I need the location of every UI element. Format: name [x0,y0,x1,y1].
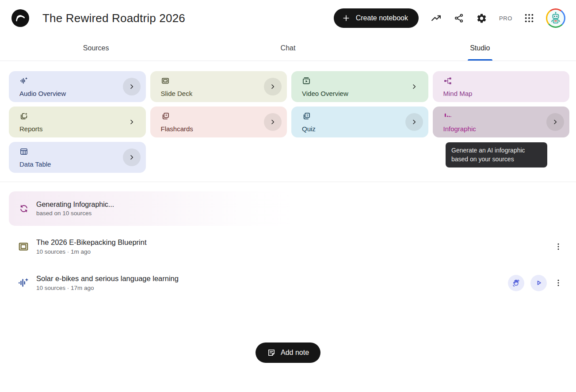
analytics-trending-up-icon[interactable] [431,13,442,24]
chevron-right-icon[interactable] [123,78,141,95]
tool-video-overview[interactable]: Video Overview [291,71,428,102]
notebooklm-logo-icon[interactable] [11,9,29,27]
chevron-right-icon[interactable] [264,78,282,95]
note-icon [267,348,276,357]
tool-label: Slide Deck [161,90,263,97]
generating-title: Generating Infographic... [36,201,114,209]
add-note-button[interactable]: Add note [256,343,320,363]
slide-deck-artifact-icon [18,241,29,252]
settings-gear-icon[interactable] [476,13,487,24]
share-icon[interactable] [454,13,464,23]
notebook-title[interactable]: The Rewired Roadtrip 2026 [42,11,185,25]
artifact-meta: 10 sources · 1m ago [36,248,146,255]
artifact-row-slide-deck[interactable]: The 2026 E-Bikepacking Blueprint 10 sour… [0,231,576,262]
tool-label: Audio Overview [19,90,121,97]
tool-reports[interactable]: Reports [9,107,146,137]
pro-badge: PRO [499,15,512,22]
chevron-right-icon[interactable] [123,148,141,166]
artifact-meta: 10 sources · 17m ago [36,285,179,291]
infographic-icon [443,112,545,121]
slide-deck-icon [161,76,263,85]
tab-studio[interactable]: Studio [384,35,576,61]
audio-overview-icon [19,76,121,85]
tool-flashcards[interactable]: Flashcards [150,107,287,137]
artifact-title: Solar e-bikes and serious language learn… [36,274,179,283]
audio-artifact-icon [18,277,29,289]
tool-label: Reports [19,126,121,132]
plus-icon [342,14,351,23]
more-vert-icon[interactable] [553,278,564,287]
svg-text:?: ? [306,114,309,118]
generating-subtitle: based on 10 sources [36,210,114,217]
chevron-right-icon[interactable] [405,113,423,131]
studio-tools-grid: Audio Overview Slide Deck Video Overview [0,61,576,173]
data-table-icon [19,147,121,156]
sync-spinner-icon [16,201,31,216]
artifact-actions [508,275,564,291]
create-notebook-label: Create notebook [356,14,408,22]
avatar-robot-image [547,10,564,27]
artifact-actions [553,242,564,251]
chevron-right-icon[interactable] [546,113,564,131]
tool-label: Quiz [302,126,404,132]
chevron-right-icon[interactable] [264,113,282,131]
tab-bar: Sources Chat Studio [0,35,576,61]
tool-audio-overview[interactable]: Audio Overview [9,71,146,102]
artifact-row-audio-overview[interactable]: Solar e-bikes and serious language learn… [0,267,576,298]
quiz-icon: ? [302,112,404,121]
tab-chat[interactable]: Chat [192,35,384,61]
add-note-label: Add note [281,349,309,357]
section-divider [0,182,576,182]
create-notebook-button[interactable]: Create notebook [334,8,419,28]
chevron-right-icon[interactable] [123,113,141,131]
tool-infographic[interactable]: Infographic [433,107,570,137]
tool-quiz[interactable]: ? Quiz [291,107,428,137]
tool-slide-deck[interactable]: Slide Deck [150,71,287,102]
generating-infographic-card[interactable]: Generating Infographic... based on 10 so… [9,191,301,226]
tool-data-table[interactable]: Data Table [9,142,146,173]
play-icon[interactable] [530,275,547,291]
chevron-right-icon[interactable] [405,78,423,95]
flashcards-icon [161,112,263,121]
tool-label: Video Overview [302,90,404,97]
header: The Rewired Roadtrip 2026 Create noteboo… [0,0,576,35]
artifact-text: Solar e-bikes and serious language learn… [36,274,179,291]
reports-icon [19,112,121,121]
tool-label: Mind Map [443,90,545,97]
generating-text: Generating Infographic... based on 10 so… [36,201,114,217]
avatar[interactable] [546,8,565,28]
header-actions: Create notebook PRO [334,8,565,28]
tool-label: Data Table [19,161,121,167]
more-vert-icon[interactable] [553,242,564,251]
tab-sources[interactable]: Sources [0,35,192,61]
artifact-title: The 2026 E-Bikepacking Blueprint [36,238,146,247]
tool-label: Flashcards [161,126,263,132]
video-overview-icon [302,76,404,85]
apps-grid-icon[interactable] [524,13,534,23]
artifact-list: The 2026 E-Bikepacking Blueprint 10 sour… [0,231,576,298]
tool-label: Infographic [443,126,545,132]
add-note-container: Add note [0,343,576,363]
tool-mind-map[interactable]: Mind Map [433,71,570,102]
interactive-mode-hand-icon[interactable] [508,275,524,291]
artifact-text: The 2026 E-Bikepacking Blueprint 10 sour… [36,238,146,255]
mind-map-icon [443,76,545,85]
